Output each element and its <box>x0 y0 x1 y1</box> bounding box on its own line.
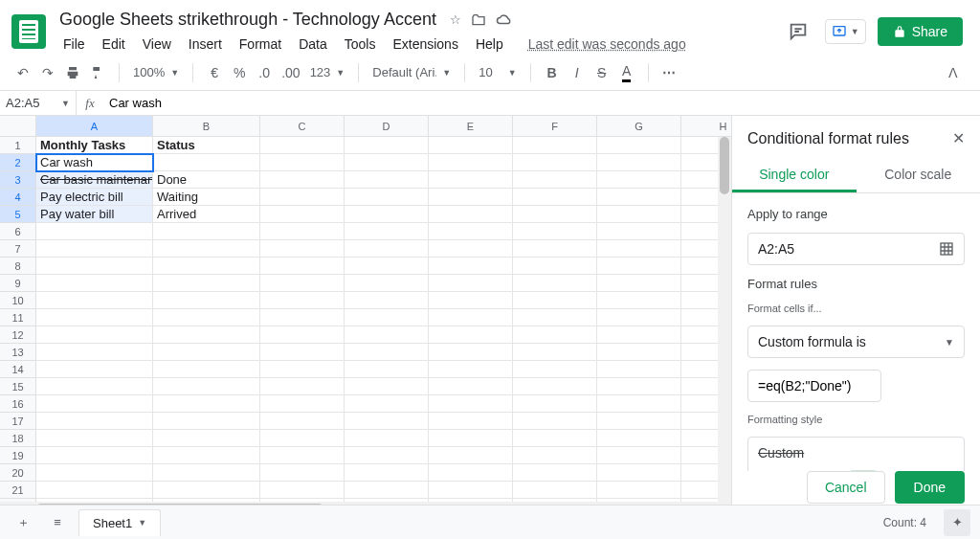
cell-G13[interactable] <box>597 344 681 361</box>
row-header-4[interactable]: 4 <box>0 189 36 206</box>
cell-D9[interactable] <box>345 275 429 292</box>
cell-D3[interactable] <box>345 171 429 189</box>
cell-F8[interactable] <box>513 258 597 275</box>
cell-B19[interactable] <box>153 447 260 464</box>
percent-icon[interactable]: % <box>228 60 251 85</box>
strikethrough-icon[interactable]: S <box>590 60 613 85</box>
cell-B21[interactable] <box>153 482 260 499</box>
cell-F5[interactable] <box>513 206 597 223</box>
paint-format-icon[interactable] <box>86 60 109 85</box>
cell-E12[interactable] <box>429 326 513 344</box>
explore-icon[interactable]: ✦ <box>944 509 970 536</box>
cell-G11[interactable] <box>597 309 681 326</box>
cell-F1[interactable] <box>513 137 597 154</box>
undo-icon[interactable]: ↶ <box>11 60 34 85</box>
all-sheets-icon[interactable]: ≡ <box>44 509 71 536</box>
cell-C1[interactable] <box>260 137 345 154</box>
cell-D17[interactable] <box>345 413 429 430</box>
cell-E19[interactable] <box>429 447 513 464</box>
cell-F2[interactable] <box>513 154 597 171</box>
cell-B6[interactable] <box>153 223 260 240</box>
document-title[interactable]: Google Sheets strikethrough - Technology… <box>56 8 440 32</box>
cell-D5[interactable] <box>345 206 429 223</box>
cell-B4[interactable]: Waiting <box>153 189 260 206</box>
cell-A19[interactable] <box>36 447 153 464</box>
column-header-F[interactable]: F <box>513 116 597 137</box>
cell-E17[interactable] <box>429 413 513 430</box>
cell-A10[interactable] <box>36 292 153 309</box>
cell-C9[interactable] <box>260 275 345 292</box>
cell-G8[interactable] <box>597 258 681 275</box>
menu-edit[interactable]: Edit <box>95 34 133 55</box>
column-header-D[interactable]: D <box>345 116 429 137</box>
cell-B17[interactable] <box>153 413 260 430</box>
cell-A5[interactable]: Pay water bill <box>36 206 153 223</box>
cell-B14[interactable] <box>153 361 260 378</box>
menu-data[interactable]: Data <box>291 34 335 55</box>
cell-E18[interactable] <box>429 430 513 447</box>
row-header-19[interactable]: 19 <box>0 447 36 464</box>
cancel-button[interactable]: Cancel <box>807 471 885 504</box>
cell-B20[interactable] <box>153 464 260 482</box>
cell-D6[interactable] <box>345 223 429 240</box>
formula-bar[interactable] <box>103 91 980 115</box>
cell-C18[interactable] <box>260 430 345 447</box>
cell-G2[interactable] <box>597 154 681 171</box>
select-range-icon[interactable] <box>939 241 954 257</box>
row-header-13[interactable]: 13 <box>0 344 36 361</box>
row-header-14[interactable]: 14 <box>0 361 36 378</box>
cell-A21[interactable] <box>36 482 153 499</box>
cell-A11[interactable] <box>36 309 153 326</box>
cell-E1[interactable] <box>429 137 513 154</box>
cell-F11[interactable] <box>513 309 597 326</box>
cell-A2[interactable]: Car wash <box>36 154 153 171</box>
row-header-18[interactable]: 18 <box>0 430 36 447</box>
cell-C7[interactable] <box>260 240 345 258</box>
cell-B2[interactable] <box>153 154 260 171</box>
cell-B3[interactable]: Done <box>153 171 260 189</box>
row-header-15[interactable]: 15 <box>0 378 36 395</box>
cell-C16[interactable] <box>260 395 345 413</box>
add-sheet-icon[interactable]: ＋ <box>10 509 36 536</box>
cell-B12[interactable] <box>153 326 260 344</box>
cell-F15[interactable] <box>513 378 597 395</box>
condition-dropdown[interactable]: Custom formula is▼ <box>747 326 965 358</box>
cell-F16[interactable] <box>513 395 597 413</box>
cell-G9[interactable] <box>597 275 681 292</box>
cell-A14[interactable] <box>36 361 153 378</box>
cell-A17[interactable] <box>36 413 153 430</box>
cell-B7[interactable] <box>153 240 260 258</box>
cell-F18[interactable] <box>513 430 597 447</box>
font-size-select[interactable]: 10▼ <box>475 63 520 81</box>
cell-C2[interactable] <box>260 154 345 171</box>
menu-insert[interactable]: Insert <box>181 34 230 55</box>
menu-format[interactable]: Format <box>232 34 289 55</box>
cell-F14[interactable] <box>513 361 597 378</box>
cell-D2[interactable] <box>345 154 429 171</box>
cell-A6[interactable] <box>36 223 153 240</box>
cell-F19[interactable] <box>513 447 597 464</box>
menu-file[interactable]: File <box>56 34 93 55</box>
row-header-3[interactable]: 3 <box>0 171 36 189</box>
cell-D8[interactable] <box>345 258 429 275</box>
cell-C20[interactable] <box>260 464 345 482</box>
cell-B1[interactable]: Status <box>153 137 260 154</box>
cell-C19[interactable] <box>260 447 345 464</box>
row-header-11[interactable]: 11 <box>0 309 36 326</box>
cell-G1[interactable] <box>597 137 681 154</box>
cell-G18[interactable] <box>597 430 681 447</box>
cell-B11[interactable] <box>153 309 260 326</box>
vertical-scrollbar[interactable] <box>718 137 731 515</box>
cell-F6[interactable] <box>513 223 597 240</box>
column-header-B[interactable]: B <box>153 116 260 137</box>
cell-A8[interactable] <box>36 258 153 275</box>
selection-count[interactable]: Count: 4 <box>883 516 936 529</box>
cell-F10[interactable] <box>513 292 597 309</box>
cell-A20[interactable] <box>36 464 153 482</box>
cell-D15[interactable] <box>345 378 429 395</box>
increase-decimal-icon[interactable]: .00 <box>278 60 303 85</box>
cell-F20[interactable] <box>513 464 597 482</box>
cell-A13[interactable] <box>36 344 153 361</box>
cell-A4[interactable]: Pay electric bill <box>36 189 153 206</box>
cell-D11[interactable] <box>345 309 429 326</box>
